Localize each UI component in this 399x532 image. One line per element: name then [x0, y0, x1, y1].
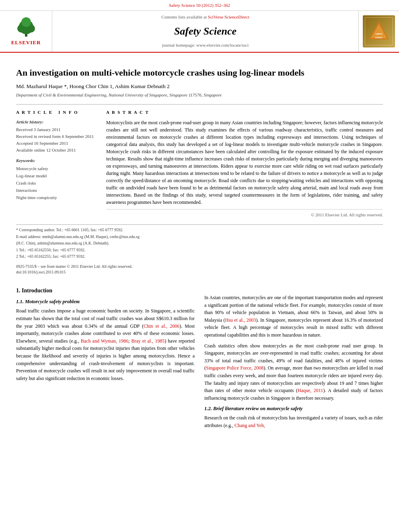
journal-header: Safety Science 50 (2012) 352–362 ELSEVIE… — [0, 0, 399, 53]
svg-point-4 — [21, 17, 31, 27]
journal-homepage: journal homepage: www.elsevier.com/locat… — [162, 42, 249, 49]
hsu-2003-ref[interactable]: Hsu et al., 2003 — [225, 317, 256, 323]
email-note2: (H.C. Chin), ashim@alumnus.nus.edu.sg (A… — [16, 240, 383, 246]
journal-main-title: Safety Science — [174, 24, 237, 39]
elsevier-wordmark: ELSEVIER — [11, 39, 41, 47]
accepted-date: Accepted 16 September 2011 — [16, 140, 97, 147]
keyword-5: Night-time conspicuity — [16, 195, 97, 201]
keywords-title: Keywords: — [16, 158, 97, 164]
copyright-line: © 2011 Elsevier Ltd. All rights reserved… — [106, 209, 383, 218]
revised-date: Received in revised form 6 September 201… — [16, 134, 97, 140]
email-note: E-mail address: mmh@alumni.nus.edu.sg (M… — [16, 234, 383, 240]
lit-review-intro: Research on the crash risk of motorcycli… — [204, 414, 383, 429]
main-content: An investigation on multi-vehicle motorc… — [0, 53, 399, 441]
abstract-text: Motorcyclists are the most crash-prone r… — [106, 119, 383, 206]
keyword-1: Motorcycle safety — [16, 166, 97, 172]
safety-science-badge: safety science — [363, 15, 395, 47]
article-title: An investigation on multi-vehicle motorc… — [16, 67, 383, 79]
journal-reference: Safety Science 50 (2012) 352–362 — [0, 2, 399, 9]
sciverse-link[interactable]: SciVerse ScienceDirect — [208, 14, 249, 19]
svg-marker-6 — [369, 21, 389, 39]
body-content: 1. Introduction 1.1. Motorcycle safety p… — [16, 283, 383, 433]
keyword-2: Log-linear model — [16, 173, 97, 179]
doi-line: 0925-7535/$ – see front matter © 2011 El… — [16, 264, 383, 275]
elsevier-logo-box: ELSEVIER — [0, 11, 52, 52]
chang-yeh-ref[interactable]: Chang and Yeh, — [234, 423, 265, 428]
spf-2008-ref[interactable]: Singapore Police Force, 2008 — [206, 365, 263, 371]
issn-text: 0925-7535/$ – see front matter © 2011 El… — [16, 264, 132, 269]
available-date: Available online 12 October 2011 — [16, 147, 97, 154]
bray-1985-ref[interactable]: Bray et al., 1985 — [131, 338, 165, 344]
svg-text:science: science — [375, 36, 383, 39]
intro-para-3: Crash statistics often show motorcycles … — [204, 342, 383, 402]
chin-2006-ref[interactable]: Chin et al., 2006 — [144, 323, 179, 329]
keyword-4: Interactions — [16, 187, 97, 194]
body-left-col: 1. Introduction 1.1. Motorcycle safety p… — [16, 283, 195, 433]
authors-line: Md. Mazharul Haque *, Hoong Chor Chin 1,… — [16, 82, 383, 90]
sciverse-line: Contents lists available at SciVerse Sci… — [161, 14, 249, 21]
footer-notes: * Corresponding author. Tel.: +65 6601 1… — [16, 224, 383, 260]
svg-text:safety: safety — [375, 32, 383, 35]
intro-para-2: In Asian countries, motorcycles are one … — [204, 294, 383, 339]
safety-science-logo-icon: safety science — [367, 19, 391, 43]
affiliation: Department of Civil & Environmental Engi… — [16, 92, 383, 99]
haque-2011-ref[interactable]: Haque, 2011 — [298, 388, 323, 393]
footnote-1: 1 Tel.: +65 65162550; fax: +65 6777 9592… — [16, 247, 383, 253]
article-info-abstract-section: A R T I C L E I N F O Article history: R… — [16, 104, 383, 218]
keyword-3: Crash risks — [16, 180, 97, 187]
article-info-heading: A R T I C L E I N F O — [16, 109, 97, 116]
journal-banner: ELSEVIER Contents lists available at Sci… — [0, 10, 399, 52]
received-date: Received 3 January 2011 — [16, 127, 97, 133]
corresponding-note: * Corresponding author. Tel.: +65 6601 1… — [16, 227, 383, 233]
svg-marker-7 — [371, 24, 387, 38]
subsection1-title: 1.1. Motorcycle safety problem — [16, 298, 195, 305]
body-right-col: In Asian countries, motorcycles are one … — [204, 283, 383, 433]
doi-text: doi:10.1016/j.ssci.2011.09.015 — [16, 270, 66, 274]
footnote-2: 2 Tel.: +65 65162255; fax: +65 6777 9592… — [16, 254, 383, 260]
article-history-block: Article history: Received 3 January 2011… — [16, 119, 97, 154]
journal-title-center: Contents lists available at SciVerse Sci… — [52, 11, 359, 52]
elsevier-tree-icon — [14, 16, 38, 38]
journal-logo-box: safety science — [359, 11, 399, 52]
bach-wyman-ref[interactable]: Bach and Wyman, 1986 — [81, 338, 128, 344]
abstract-col: A B S T R A C T Motorcyclists are the mo… — [106, 109, 383, 218]
abstract-heading: A B S T R A C T — [106, 109, 383, 116]
article-info-col: A R T I C L E I N F O Article history: R… — [16, 109, 97, 218]
section1-title: 1. Introduction — [16, 287, 195, 295]
intro-para-1: Road traffic crashes impose a huge econo… — [16, 307, 195, 382]
elsevier-logo: ELSEVIER — [11, 16, 41, 47]
keywords-block: Keywords: Motorcycle safety Log-linear m… — [16, 158, 97, 201]
history-title: Article history: — [16, 119, 97, 125]
subsection2-title: 1.2. Brief literature review on motorcyc… — [204, 405, 383, 412]
